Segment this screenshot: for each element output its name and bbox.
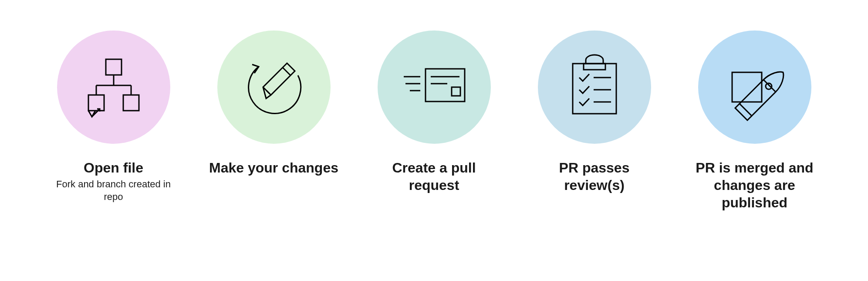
pencil-cycle-icon <box>239 51 309 123</box>
step-circle <box>538 30 651 144</box>
step-open-file: Open file Fork and branch created in rep… <box>42 30 185 211</box>
svg-rect-19 <box>584 64 605 70</box>
step-pr-review: PR passes review(s) <box>523 30 666 211</box>
rocket-launch-icon <box>720 51 790 123</box>
step-title: PR is merged and changes are published <box>689 159 820 211</box>
step-circle <box>698 30 811 144</box>
step-pr-merged: PR is merged and changes are published <box>683 30 826 211</box>
step-title: Create a pull request <box>369 159 500 194</box>
step-subtitle: Fork and branch created in repo <box>53 178 175 203</box>
svg-rect-18 <box>573 64 616 114</box>
svg-line-10 <box>267 91 270 94</box>
step-title: Make your changes <box>209 159 338 176</box>
step-create-pr: Create a pull request <box>363 30 506 211</box>
svg-rect-5 <box>88 95 104 111</box>
workflow-steps: Open file Fork and branch created in rep… <box>42 30 826 211</box>
svg-line-9 <box>283 68 290 75</box>
step-circle <box>57 30 170 144</box>
svg-rect-14 <box>426 69 465 102</box>
svg-rect-0 <box>106 59 122 75</box>
step-title: PR passes review(s) <box>529 159 660 194</box>
step-circle <box>217 30 331 144</box>
step-make-changes: Make your changes <box>203 30 345 211</box>
form-submit-icon <box>399 51 469 123</box>
fork-tree-icon <box>79 51 149 123</box>
step-circle <box>378 30 491 144</box>
svg-rect-6 <box>123 95 139 111</box>
clipboard-check-icon <box>560 51 629 123</box>
svg-rect-23 <box>732 72 762 102</box>
svg-rect-17 <box>452 87 460 96</box>
step-title: Open file <box>84 159 143 176</box>
